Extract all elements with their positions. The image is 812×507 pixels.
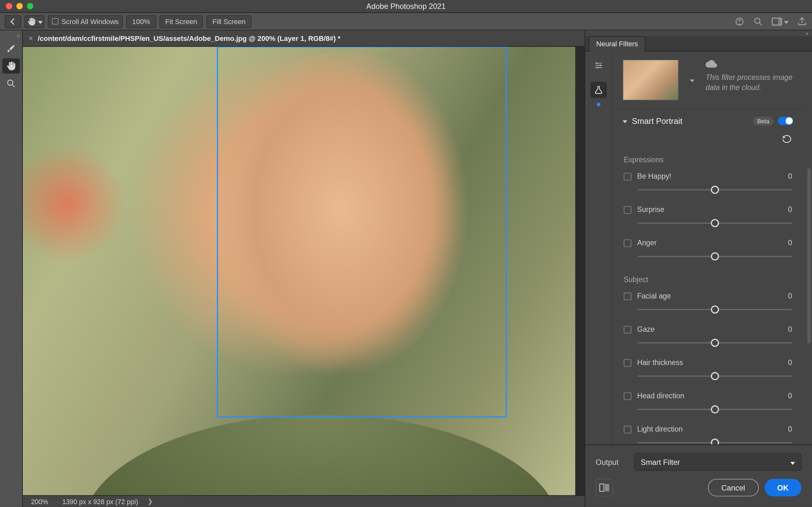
- neural-filters-tab[interactable]: Neural Filters: [589, 36, 646, 51]
- output-label: Output: [596, 458, 625, 466]
- face-picker[interactable]: [686, 60, 699, 101]
- anger-slider[interactable]: [638, 252, 792, 261]
- canvas-column: × /content/dam/ccfirstmile/PHSP/en_US/as…: [23, 31, 585, 507]
- scroll-all-windows-checkbox[interactable]: Scroll All Windows: [48, 15, 123, 28]
- chevron-down-icon: [690, 76, 695, 84]
- svg-point-6: [596, 62, 598, 64]
- window-title: Adobe Photoshop 2021: [0, 2, 812, 11]
- brush-icon: [6, 43, 16, 54]
- fit-screen-button[interactable]: Fit Screen: [159, 15, 203, 28]
- param-gaze: Gaze 0: [612, 321, 804, 354]
- anger-label: Anger: [637, 239, 788, 247]
- surprise-slider[interactable]: [638, 219, 792, 227]
- filter-categories-rail: [585, 51, 612, 444]
- mini-toolbar: »: [0, 31, 23, 507]
- magnifier-icon: [6, 78, 16, 89]
- close-tab-icon[interactable]: ×: [29, 34, 33, 43]
- chevron-down-icon: [784, 17, 789, 25]
- hair-thickness-label: Hair thickness: [637, 359, 788, 367]
- panel-tabs: Neural Filters: [585, 36, 812, 51]
- light-direction-label: Light direction: [637, 425, 788, 434]
- reset-icon[interactable]: [781, 135, 792, 143]
- workspace-icon: [772, 17, 782, 25]
- workspace-switcher[interactable]: [772, 17, 789, 25]
- options-bar: Scroll All Windows 100% Fit Screen Fill …: [0, 13, 812, 31]
- panel-body: This filter processes image data in the …: [585, 51, 812, 444]
- panel-scrollbar[interactable]: [807, 168, 811, 343]
- cloud-note: This filter processes image data in the …: [706, 60, 793, 101]
- filter-header: Smart Portrait Beta: [612, 109, 804, 133]
- gaze-value: 0: [788, 326, 792, 334]
- zoom-100-button[interactable]: 100%: [126, 15, 156, 28]
- be-happy-slider[interactable]: [638, 186, 792, 194]
- svg-rect-10: [605, 484, 609, 491]
- canvas[interactable]: [23, 47, 585, 495]
- param-facial-age: Facial age 0: [612, 287, 804, 321]
- status-zoom[interactable]: 200%: [31, 498, 48, 505]
- options-bar-right: [734, 16, 807, 26]
- fill-screen-button[interactable]: Fill Screen: [206, 15, 251, 28]
- be-happy-checkbox[interactable]: [623, 173, 631, 180]
- panel-expand[interactable]: »: [585, 31, 812, 36]
- chevron-down-icon[interactable]: [623, 117, 627, 125]
- ok-button[interactable]: OK: [764, 479, 802, 496]
- group-expressions-label: Expressions: [612, 148, 804, 168]
- hair-thickness-checkbox[interactable]: [623, 359, 631, 367]
- light-direction-slider[interactable]: [638, 439, 792, 444]
- param-light-direction: Light direction 0: [612, 420, 804, 445]
- gaze-slider[interactable]: [638, 339, 792, 347]
- hand-tool-preset[interactable]: [24, 15, 44, 28]
- status-bar: 200% 1390 px x 928 px (72 ppi) ❯: [23, 495, 585, 507]
- status-dimensions: 1390 px x 928 px (72 ppi): [62, 498, 138, 505]
- adjustments-category[interactable]: [590, 57, 607, 74]
- chevron-left-icon: [9, 18, 16, 25]
- head-direction-checkbox[interactable]: [623, 392, 631, 400]
- facial-age-checkbox[interactable]: [623, 292, 631, 300]
- subject-shirt: [81, 415, 560, 495]
- checkbox-icon: [52, 18, 58, 24]
- main-area: » × /content/dam/ccfirstmile/PHSP/en_US/…: [0, 31, 812, 507]
- param-head-direction: Head direction 0: [612, 387, 804, 420]
- filter-info: This filter processes image data in the …: [612, 51, 804, 109]
- panel-scroll: This filter processes image data in the …: [612, 51, 804, 444]
- facial-age-value: 0: [788, 292, 792, 300]
- surprise-label: Surprise: [637, 206, 788, 214]
- svg-rect-4: [778, 18, 781, 25]
- output-value: Smart Filter: [641, 458, 680, 466]
- reset-row: [612, 132, 804, 148]
- facial-age-slider[interactable]: [638, 305, 792, 314]
- panel-footer: Output Smart Filter Cancel OK: [585, 445, 812, 507]
- head-direction-label: Head direction: [637, 392, 788, 400]
- svg-point-1: [738, 19, 741, 21]
- before-after-toggle[interactable]: [596, 479, 613, 496]
- zoom-tool[interactable]: [2, 76, 20, 91]
- hair-thickness-slider[interactable]: [638, 372, 792, 380]
- light-direction-checkbox[interactable]: [623, 426, 631, 433]
- svg-point-7: [599, 65, 601, 66]
- cancel-button[interactable]: Cancel: [708, 479, 758, 496]
- output-dropdown[interactable]: Smart Filter: [635, 453, 802, 470]
- filter-enable-toggle[interactable]: [778, 117, 793, 125]
- surprise-checkbox[interactable]: [623, 206, 631, 214]
- param-hair-thickness: Hair thickness 0: [612, 354, 804, 387]
- cloud-sync-icon[interactable]: [734, 16, 745, 26]
- brush-tool[interactable]: [2, 41, 20, 56]
- anger-checkbox[interactable]: [623, 239, 631, 247]
- status-more-icon[interactable]: ❯: [148, 498, 153, 505]
- search-icon[interactable]: [753, 16, 763, 26]
- title-bar: Adobe Photoshop 2021: [0, 0, 812, 13]
- face-thumbnail[interactable]: [623, 60, 679, 101]
- share-icon[interactable]: [797, 16, 807, 26]
- gaze-label: Gaze: [637, 326, 788, 334]
- head-direction-slider[interactable]: [638, 405, 792, 413]
- toolbar-expand[interactable]: »: [0, 33, 22, 38]
- param-be-happy: Be Happy! 0: [612, 168, 804, 201]
- group-subject-label: Subject: [612, 268, 804, 287]
- document-title: /content/dam/ccfirstmile/PHSP/en_US/asse…: [38, 34, 340, 43]
- output-row: Output Smart Filter: [596, 453, 802, 470]
- document-tab[interactable]: × /content/dam/ccfirstmile/PHSP/en_US/as…: [23, 31, 585, 47]
- home-back-button[interactable]: [5, 15, 21, 28]
- beta-category[interactable]: [590, 82, 607, 98]
- hand-tool[interactable]: [2, 58, 20, 73]
- gaze-checkbox[interactable]: [623, 326, 631, 333]
